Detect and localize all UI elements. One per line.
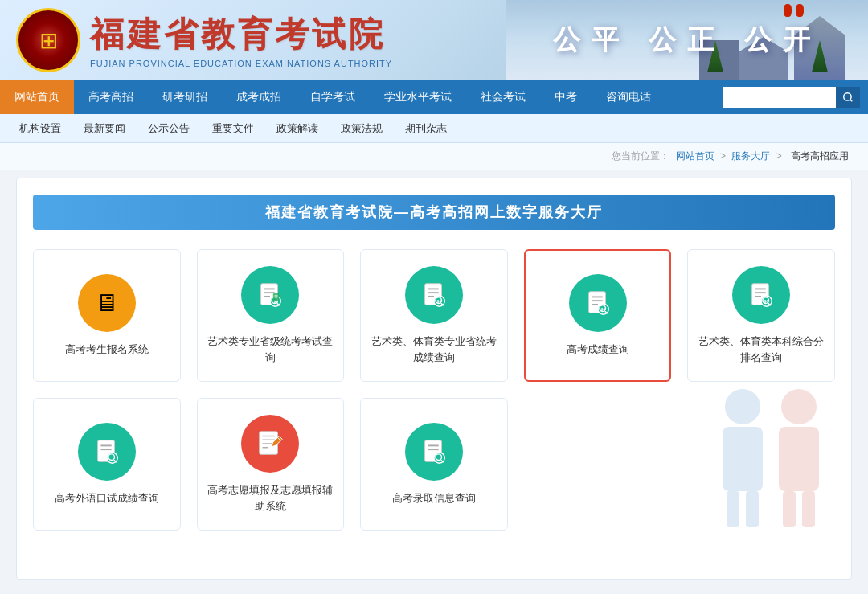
service-icon-zhiyuan <box>241 415 299 473</box>
svg-rect-58 <box>746 491 759 527</box>
services-row1: 🖥 高考考生报名系统 90 <box>33 249 835 382</box>
header-title-cn: 福建省教育考试院 <box>90 12 392 57</box>
breadcrumb-home[interactable]: 网站首页 <box>676 150 714 162</box>
service-card-empty2 <box>687 398 835 531</box>
svg-rect-60 <box>779 427 819 491</box>
service-label-waiyu: 高考外语口试成绩查询 <box>55 490 159 506</box>
breadcrumb-prefix: 您当前位置： <box>612 150 669 162</box>
nav-zhengce[interactable]: 政策解读 <box>265 114 330 143</box>
service-card-empty1 <box>524 398 672 531</box>
svg-text:90: 90 <box>764 300 769 304</box>
service-icon-waiyu <box>78 423 136 481</box>
header-slogan: 公平 公正 公开 <box>506 0 868 80</box>
nav-jigou[interactable]: 机构设置 <box>8 114 72 143</box>
nav-zhongkao[interactable]: 中考 <box>540 80 592 114</box>
service-card-benke-paiming[interactable]: 90 艺术类、体育类本科综合分排名查询 <box>687 249 835 382</box>
svg-rect-61 <box>783 491 796 527</box>
service-icon-yishu-tiyu: 90 <box>405 266 463 324</box>
service-card-baoming[interactable]: 🖥 高考考生报名系统 <box>33 249 181 382</box>
service-label-zhiyuan: 高考志愿填报及志愿填报辅助系统 <box>206 482 336 514</box>
nav-gaokao[interactable]: 高考高招 <box>74 80 148 114</box>
service-icon-luqu <box>405 423 463 481</box>
service-card-chengji[interactable]: 90 高考成绩查询 <box>524 249 672 382</box>
site-header: ⊞ 福建省教育考试院 FUJIAN PROVINCIAL EDUCATION E… <box>0 0 868 80</box>
svg-rect-57 <box>727 491 739 527</box>
svg-text:90: 90 <box>600 307 605 311</box>
service-icon-baoming: 🖥 <box>78 274 136 332</box>
search-button[interactable] <box>836 87 860 108</box>
search-input[interactable] <box>723 87 836 108</box>
nav-xuye[interactable]: 学业水平考试 <box>370 80 466 114</box>
nav-home[interactable]: 网站首页 <box>0 80 74 114</box>
service-label-luqu: 高考录取信息查询 <box>392 490 476 506</box>
svg-text:90: 90 <box>437 300 442 304</box>
svg-point-0 <box>844 93 851 100</box>
service-icon-yishu-zhuanye: 90 <box>241 266 299 324</box>
nav-qikan[interactable]: 期刊杂志 <box>394 114 458 143</box>
breadcrumb-sep1: > <box>720 150 726 162</box>
nav-secondary: 机构设置 最新要闻 公示公告 重要文件 政策解读 政策法规 期刊杂志 <box>0 114 868 143</box>
nav-gongshi[interactable]: 公示公告 <box>137 114 201 143</box>
nav-yankao[interactable]: 研考研招 <box>148 80 222 114</box>
svg-rect-62 <box>802 491 815 527</box>
service-label-baoming: 高考考生报名系统 <box>65 342 149 358</box>
service-card-yishu-tiyu[interactable]: 90 艺术类、体育类专业省统考成绩查询 <box>360 249 508 382</box>
breadcrumb: 您当前位置： 网站首页 > 服务大厅 > 高考高招应用 <box>0 143 868 170</box>
nav-fagui[interactable]: 政策法规 <box>330 114 394 143</box>
svg-point-55 <box>725 389 760 424</box>
service-card-zhiyuan[interactable]: 高考志愿填报及志愿填报辅助系统 <box>197 398 345 531</box>
site-logo: ⊞ <box>16 8 80 72</box>
service-label-yishu-tiyu: 艺术类、体育类专业省统考成绩查询 <box>369 334 499 365</box>
nav-zixue[interactable]: 自学考试 <box>296 80 370 114</box>
svg-line-1 <box>850 100 853 102</box>
header-bg: 公平 公正 公开 <box>506 0 868 80</box>
nav-chengkao[interactable]: 成考成招 <box>222 80 296 114</box>
nav-zixun[interactable]: 咨询电话 <box>592 80 665 114</box>
svg-point-59 <box>781 389 817 424</box>
service-card-luqu[interactable]: 高考录取信息查询 <box>360 398 508 531</box>
breadcrumb-sep2: > <box>776 150 782 162</box>
header-title-block: 福建省教育考试院 FUJIAN PROVINCIAL EDUCATION EXA… <box>90 12 392 68</box>
service-label-yishu-zhuanye: 艺术类专业省级统考考试查询 <box>206 334 336 365</box>
main-content: 福建省教育考试院—高考高招网上数字服务大厅 🖥 高考考生报名系统 9 <box>16 178 852 580</box>
service-label-benke-paiming: 艺术类、体育类本科综合分排名查询 <box>696 334 826 365</box>
nav-primary: 网站首页 高考高招 研考研招 成考成招 自学考试 学业水平考试 社会考试 中考 … <box>0 80 868 114</box>
nav-wenjian[interactable]: 重要文件 <box>201 114 265 143</box>
service-card-yishu-zhuanye[interactable]: 90 艺术类专业省级统考考试查询 <box>197 249 345 382</box>
service-label-chengji: 高考成绩查询 <box>567 342 629 358</box>
service-card-waiyu[interactable]: 高考外语口试成绩查询 <box>33 398 181 531</box>
service-icon-chengji: 90 <box>569 274 627 332</box>
breadcrumb-current: 高考高招应用 <box>791 150 849 162</box>
nav-shehui[interactable]: 社会考试 <box>466 80 540 114</box>
nav-search-area <box>723 87 868 108</box>
nav-xinwen[interactable]: 最新要闻 <box>72 114 137 143</box>
services-row2: 高考外语口试成绩查询 高考志愿填报及志愿填报辅助系统 <box>33 398 835 531</box>
service-icon-benke-paiming: 90 <box>732 266 790 324</box>
header-title-en: FUJIAN PROVINCIAL EDUCATION EXAMINATIONS… <box>90 59 392 68</box>
svg-rect-56 <box>723 427 763 491</box>
section-title: 福建省教育考试院—高考高招网上数字服务大厅 <box>33 195 835 230</box>
breadcrumb-mid[interactable]: 服务大厅 <box>731 150 770 162</box>
